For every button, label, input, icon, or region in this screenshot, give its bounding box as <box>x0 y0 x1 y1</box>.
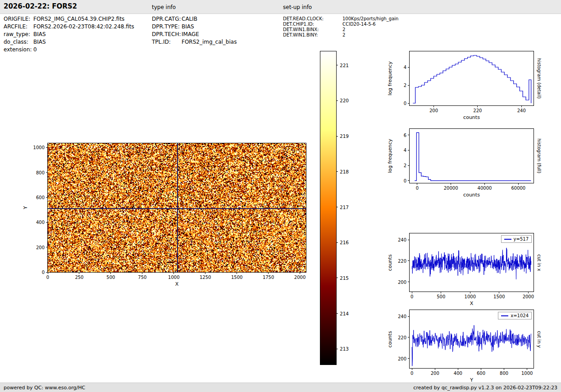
tick-mark <box>521 105 522 107</box>
tick-mark <box>408 103 410 104</box>
x-tick-label: 200 <box>431 371 439 376</box>
tick-mark <box>408 337 410 337</box>
y-tick-label: 200 <box>398 356 406 361</box>
bias-image-canvas <box>48 143 306 272</box>
y-tick-label: 240 <box>398 314 406 319</box>
tick-mark <box>46 247 48 247</box>
colorbar-tick-label: 220 <box>340 98 349 103</box>
x-tick-label: 1500 <box>493 294 505 299</box>
tick-mark <box>412 368 412 370</box>
tick-mark <box>417 183 417 185</box>
meta-label: DET.WIN1.BINX: <box>283 27 342 32</box>
meta-row: DET.WIN1.BINY: 2 <box>283 32 398 38</box>
colorbar-tick-mark <box>336 171 338 172</box>
footer-bar: powered by QC: www.eso.org/HC created by… <box>0 383 561 392</box>
cut-in-x-y-axis-label: counts <box>387 254 393 271</box>
x-tick-label: 40000 <box>478 186 492 191</box>
meta-row: DPR.TECH: IMAGE <box>152 31 237 38</box>
setup-info-column: DET.READ.CLOCK: 100Kps/2ports/high_gain … <box>283 16 398 38</box>
tick-mark <box>142 272 142 274</box>
footer-created-by: created by qc_rawdisp.py v1.2.3 on 2026-… <box>413 385 557 391</box>
colorbar-tick-mark <box>336 349 338 349</box>
legend-label: x=1024 <box>511 313 529 318</box>
colorbar-tick-mark <box>336 278 338 278</box>
bias-image-x-axis-label: X <box>175 281 179 287</box>
y-tick-label: 0 <box>42 270 45 275</box>
chart-canvas <box>410 51 534 105</box>
meta-row: do_class: BIAS <box>4 38 134 46</box>
tick-mark <box>408 165 410 166</box>
x-tick-label: 1750 <box>263 275 274 280</box>
x-tick-label: 1000 <box>168 275 179 280</box>
legend-line-swatch <box>501 315 508 316</box>
meta-value: 0 <box>33 46 37 54</box>
x-tick-label: 0 <box>410 294 413 299</box>
histogram-full-side-label: histogram (full) <box>537 138 542 173</box>
tick-mark <box>408 180 410 181</box>
tick-mark <box>48 272 48 274</box>
cut-in-y-side-label: cut in y <box>537 331 542 347</box>
tick-mark <box>408 358 410 359</box>
colorbar-bar: 213214215216217218219220221 <box>320 51 337 365</box>
y-tick-label: 600 <box>36 195 45 200</box>
y-tick-label: 0 <box>404 178 406 183</box>
legend: x=1024 <box>498 312 532 319</box>
histogram-full-x-axis-label: counts <box>463 192 480 198</box>
cut-in-x-side-label: cut in x <box>537 254 542 271</box>
meta-value: CCID20-14-5-6 <box>342 22 376 27</box>
cut-in-x-x-axis-label: X <box>470 301 474 306</box>
meta-value: 100Kps/2ports/high_gain <box>342 16 398 22</box>
colorbar-tick-label: 213 <box>340 346 349 351</box>
colorbar-tick-mark <box>336 313 338 314</box>
meta-value: BIAS <box>33 31 46 38</box>
tick-mark <box>408 85 410 86</box>
report-title: 2026-02-22: FORS2 <box>4 2 77 10</box>
meta-row: DPR.TYPE: BIAS <box>152 23 237 31</box>
tick-mark <box>451 183 451 185</box>
y-tick-label: 220 <box>398 335 406 340</box>
histogram-detail-plot: counts log frequency histogram (detail) … <box>409 51 534 106</box>
histogram-full-plot: counts log frequency histogram (full) 02… <box>409 128 534 183</box>
meta-value: 2 <box>342 32 345 38</box>
meta-label: DPR.CATG: <box>152 15 182 23</box>
setup-info-heading: set-up info <box>283 4 312 10</box>
x-tick-label: 0 <box>410 371 413 376</box>
meta-row: DET.READ.CLOCK: 100Kps/2ports/high_gain <box>283 16 398 22</box>
colorbar-tick-label: 215 <box>340 275 349 281</box>
meta-label: raw_type: <box>4 31 33 38</box>
tick-mark <box>173 272 174 274</box>
tick-mark <box>435 368 435 370</box>
histogram-detail-x-axis-label: counts <box>463 114 480 120</box>
legend-label: y=517 <box>514 237 529 242</box>
tick-mark <box>527 368 527 370</box>
meta-value: 2 <box>342 27 345 32</box>
y-tick-label: 200 <box>36 245 45 250</box>
x-tick-label: 1000 <box>465 294 476 299</box>
meta-row: DPR.CATG: CALIB <box>152 15 237 23</box>
y-tick-label: 4 <box>404 148 406 153</box>
meta-row: raw_type: BIAS <box>4 31 134 38</box>
type-info-heading: type info <box>152 4 176 10</box>
tick-mark <box>46 272 48 273</box>
tick-mark <box>46 197 48 198</box>
file-info-column: ORIGFILE: FORS2_IMG_CAL054.39.CHIP2.fits… <box>4 15 134 54</box>
x-tick-label: 500 <box>106 275 115 280</box>
tick-mark <box>408 135 410 135</box>
x-tick-label: 200 <box>429 108 438 113</box>
x-tick-label: 1500 <box>231 275 242 280</box>
y-tick-label: 4 <box>404 65 406 70</box>
header-bar: 2026-02-22: FORS2 type info set-up info <box>0 0 561 14</box>
cut-in-y-plot: x=1024 Y counts cut in y 020040060080010… <box>409 310 534 369</box>
meta-label: DET.CHIP1.ID: <box>283 22 342 27</box>
colorbar-tick-label: 218 <box>340 169 349 174</box>
tick-mark <box>484 183 485 185</box>
meta-label: TPL.ID: <box>152 38 182 46</box>
x-tick-label: 0 <box>416 186 419 191</box>
tick-mark <box>79 272 79 274</box>
meta-value: IMAGE <box>182 31 199 38</box>
meta-row: extension: 0 <box>4 46 134 54</box>
tick-mark <box>46 147 48 148</box>
y-tick-label: 2 <box>404 83 406 88</box>
tick-mark <box>433 105 434 107</box>
x-tick-label: 20000 <box>444 186 458 191</box>
